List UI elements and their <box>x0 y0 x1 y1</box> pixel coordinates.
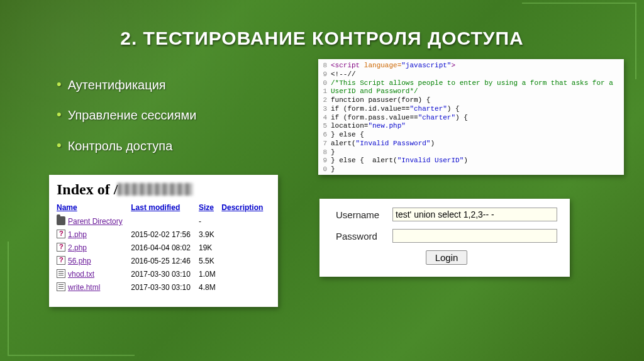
code-text: function pasuser(form) { <box>331 96 430 105</box>
cell-modified: 2015-02-02 17:56 <box>131 228 199 241</box>
code-text: <script language="javascript"> <box>331 62 455 70</box>
cell-modified: 2017-03-30 03:10 <box>131 280 199 294</box>
directory-listing-panel: Index of / Name Last modified Size Descr… <box>49 175 278 307</box>
code-line: 9} else { alert("Invalid UserID") <box>322 157 620 165</box>
code-text: } <box>331 165 335 174</box>
table-row: 2.php 2016-04-04 08:02 19K <box>57 241 270 254</box>
col-description[interactable]: Description <box>221 201 270 214</box>
line-number: 9 <box>322 70 331 79</box>
login-button[interactable]: Login <box>426 250 468 265</box>
parent-directory-link[interactable]: Parent Directory <box>68 217 123 226</box>
table-row: vhod.txt 2017-03-30 03:10 1.0M <box>57 267 270 280</box>
cell-modified: 2017-03-30 03:10 <box>131 267 199 280</box>
code-snippet-panel: 8<script language="javascript">9<!--//0/… <box>318 59 624 175</box>
line-number: 6 <box>322 131 331 140</box>
code-line: 7alert("Invalid Password") <box>322 140 620 148</box>
col-modified[interactable]: Last modified <box>131 201 199 214</box>
line-number: 1 <box>322 174 331 175</box>
file-link[interactable]: write.html <box>68 283 100 292</box>
bullet-list: Аутентификация Управление сессиями Контр… <box>57 69 197 160</box>
cell-modified: 2016-04-04 08:02 <box>131 241 199 254</box>
table-header-row: Name Last modified Size Description <box>57 201 270 214</box>
bullet-item: Аутентификация <box>57 69 197 99</box>
file-icon <box>57 243 65 252</box>
username-input[interactable] <box>392 208 557 221</box>
file-link[interactable]: 2.php <box>68 243 87 252</box>
code-text: location="new.php" <box>331 122 406 131</box>
index-heading: Index of / <box>57 181 270 198</box>
file-link[interactable]: 56.php <box>68 257 91 265</box>
line-number: 5 <box>322 122 331 131</box>
code-text: <!--// <box>331 70 356 79</box>
code-text: /*This Script allows people to enter by … <box>331 79 613 88</box>
cell-size: 19K <box>199 241 221 254</box>
line-number: 1 <box>322 87 331 96</box>
code-line: 4if (form.pass.value=="charter") { <box>322 114 620 123</box>
cell-size: 4.8M <box>199 280 221 294</box>
cell-size: 5.5K <box>199 254 221 267</box>
code-line: 8<script language="javascript"> <box>322 62 620 70</box>
code-text: } <box>331 148 335 157</box>
code-line: 2function pasuser(form) { <box>322 96 620 105</box>
cell-modified: 2016-05-25 12:46 <box>131 254 199 267</box>
code-line: 5location="new.php" <box>322 122 620 131</box>
code-text: } else { alert("Invalid UserID") <box>331 157 468 165</box>
code-text: if (form.id.value=="charter") { <box>331 105 460 114</box>
line-number: 8 <box>322 62 331 70</box>
line-number: 4 <box>322 114 331 123</box>
code-text: } else { <box>331 131 364 140</box>
code-text: } <box>331 174 335 175</box>
code-line: 0} <box>322 165 620 174</box>
table-row: write.html 2017-03-30 03:10 4.8M <box>57 280 270 294</box>
line-number: 2 <box>322 96 331 105</box>
bullet-item: Контроль доступа <box>57 130 197 160</box>
table-row-parent: Parent Directory - <box>57 214 270 228</box>
code-line: 9<!--// <box>322 70 620 79</box>
login-form-panel: Username Password Login <box>319 199 570 277</box>
table-row: 1.php 2015-02-02 17:56 3.9K <box>57 228 270 241</box>
text-file-icon <box>57 269 65 278</box>
code-text: alert("Invalid Password") <box>331 140 435 148</box>
directory-table: Name Last modified Size Description Pare… <box>57 201 270 294</box>
code-line: 3if (form.id.value=="charter") { <box>322 105 620 114</box>
index-heading-prefix: Index of / <box>57 181 118 197</box>
code-line: 1} <box>322 174 620 175</box>
code-text: UserID and Password*/ <box>331 87 418 96</box>
code-line: 0/*This Script allows people to enter by… <box>322 79 620 88</box>
line-number: 8 <box>322 148 331 157</box>
cell-size: - <box>199 214 221 228</box>
file-icon <box>57 230 65 238</box>
text-file-icon <box>57 282 65 291</box>
col-name[interactable]: Name <box>57 201 131 214</box>
file-icon <box>57 256 65 265</box>
username-label: Username <box>336 209 392 220</box>
line-number: 0 <box>322 79 331 88</box>
table-row: 56.php 2016-05-25 12:46 5.5K <box>57 254 270 267</box>
cell-size: 1.0M <box>199 267 221 280</box>
line-number: 0 <box>322 165 331 174</box>
bullet-item: Управление сессиями <box>57 99 197 130</box>
password-input[interactable] <box>392 229 557 243</box>
file-link[interactable]: vhod.txt <box>68 270 94 279</box>
cell-size: 3.9K <box>199 228 221 241</box>
file-link[interactable]: 1.php <box>68 230 87 239</box>
password-label: Password <box>336 231 392 242</box>
slide-title: 2. ТЕСТИРОВАНИЕ КОНТРОЛЯ ДОСТУПА <box>0 0 644 62</box>
redacted-path <box>118 183 193 196</box>
code-line: 1UserID and Password*/ <box>322 87 620 96</box>
line-number: 9 <box>322 157 331 165</box>
col-size[interactable]: Size <box>199 201 221 214</box>
line-number: 3 <box>322 105 331 114</box>
folder-icon <box>57 216 65 225</box>
line-number: 7 <box>322 140 331 148</box>
code-text: if (form.pass.value=="charter") { <box>331 114 468 123</box>
code-line: 6} else { <box>322 131 620 140</box>
code-line: 8} <box>322 148 620 157</box>
